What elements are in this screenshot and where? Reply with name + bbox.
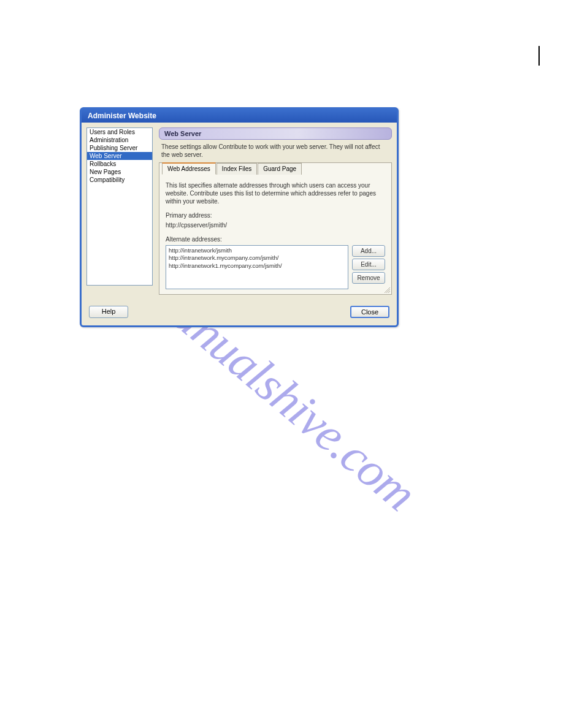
- list-item[interactable]: http://intranetwork.mycompany.com/jsmith…: [169, 254, 345, 262]
- alternate-addresses-listbox[interactable]: http://intranetwork/jsmith http://intran…: [166, 245, 348, 289]
- sidebar-item-publishing-server[interactable]: Publishing Server: [87, 144, 152, 152]
- intro-text: This list specifies alternate addresses …: [166, 181, 385, 205]
- sidebar-item-label: Compatibility: [90, 176, 124, 183]
- sidebar-item-label: Publishing Server: [90, 145, 137, 151]
- tab-guard-page[interactable]: Guard Page: [258, 163, 302, 175]
- tab-label: Guard Page: [263, 165, 296, 172]
- content-panel: Web Server These settings allow Contribu…: [159, 127, 392, 295]
- sidebar-item-rollbacks[interactable]: Rollbacks: [87, 160, 152, 168]
- help-button[interactable]: Help: [89, 306, 128, 318]
- sidebar-item-administration[interactable]: Administration: [87, 136, 152, 144]
- primary-address-value: http://cpsserver/jsmith/: [166, 221, 385, 229]
- sidebar-item-label: Rollbacks: [90, 161, 116, 167]
- sidebar-item-users-roles[interactable]: Users and Roles: [87, 128, 152, 136]
- sidebar-item-new-pages[interactable]: New Pages: [87, 168, 152, 176]
- sidebar-item-web-server[interactable]: Web Server: [87, 152, 152, 160]
- remove-button[interactable]: Remove: [352, 272, 385, 284]
- edit-button[interactable]: Edit...: [352, 259, 385, 270]
- primary-address-label: Primary address:: [166, 211, 385, 219]
- dialog-titlebar[interactable]: Administer Website: [82, 109, 397, 123]
- list-item[interactable]: http://intranetwork/jsmith: [169, 247, 345, 254]
- resize-grip-icon[interactable]: [383, 286, 390, 293]
- tab-label: Web Addresses: [167, 165, 210, 172]
- close-button[interactable]: Close: [350, 306, 389, 318]
- tab-index-files[interactable]: Index Files: [216, 163, 257, 175]
- category-list[interactable]: Users and Roles Administration Publishin…: [86, 127, 153, 286]
- tab-content-web-addresses: This list specifies alternate addresses …: [159, 176, 391, 294]
- sidebar-item-label: Web Server: [90, 153, 122, 159]
- tab-web-addresses[interactable]: Web Addresses: [162, 162, 216, 175]
- administer-website-dialog: Administer Website Users and Roles Admin…: [80, 107, 399, 327]
- sidebar-item-label: Administration: [90, 137, 128, 143]
- panel-header: Web Server: [159, 127, 392, 140]
- text-cursor-mark: [538, 46, 540, 66]
- add-button[interactable]: Add...: [352, 245, 385, 257]
- dialog-footer: Help Close: [82, 300, 397, 325]
- alternate-addresses-row: http://intranetwork/jsmith http://intran…: [166, 245, 385, 289]
- panel-description: These settings allow Contribute to work …: [159, 142, 392, 162]
- sidebar-item-label: Users and Roles: [90, 129, 135, 135]
- alternate-addresses-label: Alternate addresses:: [166, 235, 385, 243]
- address-buttons-column: Add... Edit... Remove: [352, 245, 385, 289]
- tab-label: Index Files: [222, 165, 251, 172]
- sidebar-item-compatibility[interactable]: Compatibility: [87, 176, 152, 184]
- tab-container: Web Addresses Index Files Guard Page Thi…: [159, 162, 392, 295]
- tabs-row: Web Addresses Index Files Guard Page: [162, 162, 302, 174]
- list-item[interactable]: http://intranetwork1.mycompany.com/jsmit…: [169, 262, 345, 270]
- dialog-title: Administer Website: [88, 112, 156, 120]
- dialog-body: Users and Roles Administration Publishin…: [82, 123, 397, 300]
- sidebar-item-label: New Pages: [90, 169, 121, 175]
